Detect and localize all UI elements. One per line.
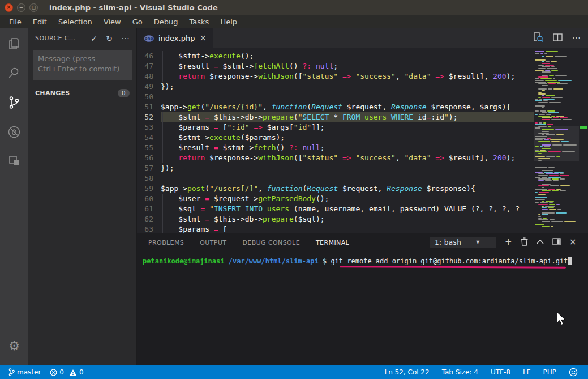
terminal-cwd: /var/www/html/slim-api <box>229 257 319 265</box>
source-control-icon[interactable] <box>0 88 28 117</box>
code-text: $stmt->execute($params); <box>161 133 534 143</box>
code-line[interactable]: 58 <box>137 173 534 184</box>
line-number: 46 <box>137 51 161 61</box>
extensions-icon[interactable] <box>0 147 28 176</box>
eol-indicator[interactable]: LF <box>518 368 535 376</box>
menu-edit[interactable]: Edit <box>27 16 53 27</box>
search-icon[interactable] <box>0 59 28 87</box>
code-text: return $response->withJson(["status" => … <box>161 153 534 163</box>
errors-count: 0 <box>59 368 64 376</box>
git-change-mark <box>580 126 587 129</box>
language-mode-indicator[interactable]: PHP <box>539 368 561 376</box>
window-maximize-button[interactable]: ◻ <box>29 3 38 12</box>
warnings-count: 0 <box>79 368 84 376</box>
tab-index-php[interactable]: php index.php × <box>137 28 213 48</box>
minimap[interactable] <box>534 48 579 233</box>
sidebar-title: SOURCE C... <box>35 35 76 42</box>
warnings-icon <box>69 369 77 376</box>
panel-tab-debug-console[interactable]: DEBUG CONSOLE <box>242 236 300 249</box>
code-text: }); <box>161 163 534 173</box>
line-number: 58 <box>137 173 161 184</box>
code-line[interactable]: 51$app->get("/users/{id}", function(Requ… <box>137 102 534 112</box>
code-line[interactable]: 61 $sql = "INSERT INTO users (name, user… <box>137 204 534 214</box>
line-number: 56 <box>137 153 161 163</box>
menu-selection[interactable]: Selection <box>53 16 98 27</box>
code-line[interactable]: 63 $params = [ <box>137 224 534 233</box>
menu-go[interactable]: Go <box>127 16 148 27</box>
code-line[interactable]: 52 $stmt = $this->db->prepare("SELECT * … <box>137 112 534 122</box>
move-panel-icon[interactable] <box>552 238 561 247</box>
line-number: 59 <box>137 184 161 194</box>
close-panel-icon[interactable]: × <box>569 238 577 246</box>
line-number: 63 <box>137 224 161 233</box>
code-text: $stmt = $this->db->prepare($sql); <box>161 214 534 224</box>
code-line[interactable]: 55 $result = $stmt->fetch() ?: null; <box>137 143 534 153</box>
menu-file[interactable]: File <box>3 16 27 27</box>
line-number: 50 <box>137 92 161 102</box>
code-text: $stmt = $this->db->prepare("SELECT * FRO… <box>161 112 534 122</box>
code-text: $user = $request->getParsedBody(); <box>161 194 534 204</box>
line-number: 62 <box>137 214 161 224</box>
line-number: 60 <box>137 194 161 204</box>
code-line[interactable]: 46 $stmt->execute(); <box>137 51 534 61</box>
code-line[interactable]: 54 $stmt->execute($params); <box>137 133 534 143</box>
code-line[interactable]: 57}); <box>137 163 534 173</box>
commit-button[interactable]: ✓ <box>91 35 97 42</box>
cursor-position-indicator[interactable]: Ln 52, Col 22 <box>380 368 434 376</box>
settings-gear-icon[interactable]: ⚙ <box>0 331 28 360</box>
git-branch-indicator[interactable]: master <box>6 368 44 376</box>
code-line[interactable]: 47 $result = $stmt->fetchAll() ?: null; <box>137 61 534 71</box>
feedback-smiley-icon[interactable] <box>564 368 582 377</box>
line-number: 48 <box>137 71 161 82</box>
code-line[interactable]: 48 return $response->withJson(["status" … <box>137 71 534 82</box>
title-bar: × − ◻ index.php - slim-api - Visual Stud… <box>0 0 588 15</box>
kill-terminal-icon[interactable] <box>521 237 528 248</box>
maximize-panel-icon[interactable] <box>537 239 544 246</box>
panel-tab-problems[interactable]: PROBLEMS <box>148 236 184 249</box>
source-control-sidebar: SOURCE C... ✓ ↻ ··· Message (press Ctrl+… <box>28 28 137 365</box>
code-text: $result = $stmt->fetchAll() ?: null; <box>161 61 534 71</box>
code-line[interactable]: 59$app->post("/users[/]", function(Reque… <box>137 184 534 194</box>
line-number: 51 <box>137 102 161 112</box>
tab-label: index.php <box>158 34 195 42</box>
menu-view[interactable]: View <box>98 16 127 27</box>
split-editor-icon[interactable] <box>553 33 563 44</box>
commit-message-input[interactable]: Message (press Ctrl+Enter to commit) <box>33 50 132 80</box>
panel-tab-output[interactable]: OUTPUT <box>200 236 226 249</box>
refresh-button[interactable]: ↻ <box>106 35 113 42</box>
code-line[interactable]: 60 $user = $request->getParsedBody(); <box>137 194 534 204</box>
new-terminal-icon[interactable]: + <box>505 238 512 246</box>
debug-icon[interactable] <box>0 118 28 146</box>
encoding-indicator[interactable]: UTF-8 <box>486 368 515 376</box>
overview-ruler[interactable] <box>579 48 588 233</box>
code-line[interactable]: 53 $params = [":id" => $args["id"]]; <box>137 122 534 133</box>
code-text: }); <box>161 82 534 92</box>
panel-tab-terminal[interactable]: TERMINAL <box>316 236 349 249</box>
window-close-button[interactable]: × <box>5 3 13 12</box>
terminal-shell-selector[interactable]: 1: bash ▼ <box>430 237 496 248</box>
changes-count-badge: 0 <box>118 89 130 97</box>
menu-tasks[interactable]: Tasks <box>184 16 215 27</box>
code-text: $app->get("/users/{id}", function(Reques… <box>161 102 534 112</box>
tab-close-icon[interactable]: × <box>199 34 207 42</box>
open-changes-icon[interactable] <box>533 32 543 44</box>
minimap-line <box>534 225 579 227</box>
menu-help[interactable]: Help <box>214 16 243 27</box>
code-text: $app->post("/users[/]", function(Request… <box>161 184 534 194</box>
code-line[interactable]: 62 $stmt = $this->db->prepare($sql); <box>137 214 534 224</box>
code-line[interactable]: 56 return $response->withJson(["status" … <box>137 153 534 163</box>
changes-label: CHANGES <box>35 90 70 97</box>
window-minimize-button[interactable]: − <box>17 3 25 12</box>
editor-more-actions-icon[interactable]: ··· <box>572 33 581 44</box>
tab-size-indicator[interactable]: Tab Size: 4 <box>437 368 483 376</box>
changes-section-header[interactable]: CHANGES 0 <box>28 86 136 101</box>
menu-debug[interactable]: Debug <box>148 16 184 27</box>
code-line[interactable]: 50 <box>137 92 534 102</box>
code-line[interactable]: 49}); <box>137 82 534 92</box>
more-actions-button[interactable]: ··· <box>121 35 130 42</box>
code-text: $stmt->execute(); <box>161 51 534 61</box>
line-number: 54 <box>137 133 161 143</box>
explorer-icon[interactable] <box>0 29 28 58</box>
problems-indicator[interactable]: 0 0 <box>47 368 86 376</box>
shell-selector-value: 1: bash <box>435 239 461 246</box>
